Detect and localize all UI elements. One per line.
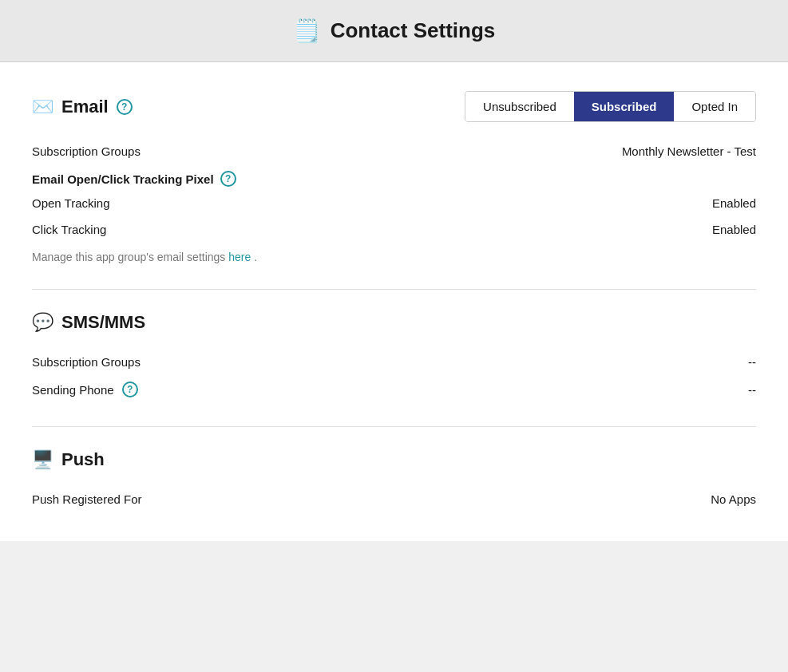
sending-phone-label: Sending Phone bbox=[32, 383, 114, 397]
tracking-title: Email Open/Click Tracking Pixel bbox=[32, 172, 214, 186]
subscription-groups-label: Subscription Groups bbox=[32, 144, 141, 158]
push-registered-row: Push Registered For No Apps bbox=[32, 486, 756, 512]
sms-icon: 💬 bbox=[32, 312, 53, 333]
email-subscription-toggle: Unsubscribed Subscribed Opted In bbox=[465, 91, 756, 122]
opted-in-button[interactable]: Opted In bbox=[674, 92, 755, 121]
push-icon: 🖥️ bbox=[32, 449, 53, 470]
sms-subscription-groups-value: -- bbox=[748, 355, 756, 369]
sms-section: 💬 SMS/MMS Subscription Groups -- Sending… bbox=[32, 312, 756, 404]
sms-subscription-groups-label: Subscription Groups bbox=[32, 355, 141, 369]
click-tracking-value: Enabled bbox=[712, 223, 756, 236]
push-title-group: 🖥️ Push bbox=[32, 449, 756, 470]
email-help-icon[interactable]: ? bbox=[117, 99, 133, 115]
manage-settings-link[interactable]: here bbox=[228, 251, 251, 263]
sms-title-group: 💬 SMS/MMS bbox=[32, 312, 756, 333]
push-section: 🖥️ Push Push Registered For No Apps bbox=[32, 449, 756, 512]
sending-phone-row: Sending Phone ? -- bbox=[32, 375, 756, 404]
sending-phone-label-group: Sending Phone ? bbox=[32, 381, 138, 397]
manage-settings-text: Manage this app group's email settings h… bbox=[32, 243, 756, 267]
email-section: ✉️ Email ? Unsubscribed Subscribed Opted… bbox=[32, 91, 756, 267]
unsubscribed-button[interactable]: Unsubscribed bbox=[465, 92, 574, 121]
email-sms-divider bbox=[32, 289, 756, 290]
sms-push-divider bbox=[32, 426, 756, 427]
click-tracking-row: Click Tracking Enabled bbox=[32, 216, 756, 243]
open-tracking-label: Open Tracking bbox=[32, 196, 110, 210]
main-content: ✉️ Email ? Unsubscribed Subscribed Opted… bbox=[0, 62, 788, 541]
email-icon: ✉️ bbox=[32, 97, 53, 117]
page-title: Contact Settings bbox=[331, 18, 496, 43]
sms-section-title: SMS/MMS bbox=[61, 312, 145, 333]
push-section-title: Push bbox=[61, 449, 105, 470]
email-section-title: Email bbox=[61, 97, 109, 117]
subscribed-button[interactable]: Subscribed bbox=[574, 92, 675, 121]
email-section-header: ✉️ Email ? Unsubscribed Subscribed Opted… bbox=[32, 91, 756, 122]
push-registered-value: No Apps bbox=[711, 492, 756, 506]
sending-phone-help-icon[interactable]: ? bbox=[122, 381, 138, 397]
subscription-groups-value: Monthly Newsletter - Test bbox=[622, 144, 756, 158]
header-icon: 🗒️ bbox=[293, 18, 321, 44]
sending-phone-value: -- bbox=[748, 383, 756, 397]
push-registered-label: Push Registered For bbox=[32, 492, 142, 506]
tracking-title-row: Email Open/Click Tracking Pixel ? bbox=[32, 164, 756, 190]
click-tracking-label: Click Tracking bbox=[32, 223, 106, 236]
page-header: 🗒️ Contact Settings bbox=[0, 0, 788, 62]
tracking-help-icon[interactable]: ? bbox=[220, 171, 236, 187]
open-tracking-value: Enabled bbox=[712, 196, 756, 210]
open-tracking-row: Open Tracking Enabled bbox=[32, 190, 756, 216]
subscription-groups-row: Subscription Groups Monthly Newsletter -… bbox=[32, 138, 756, 164]
sms-subscription-groups-row: Subscription Groups -- bbox=[32, 349, 756, 375]
email-title-group: ✉️ Email ? bbox=[32, 97, 133, 117]
